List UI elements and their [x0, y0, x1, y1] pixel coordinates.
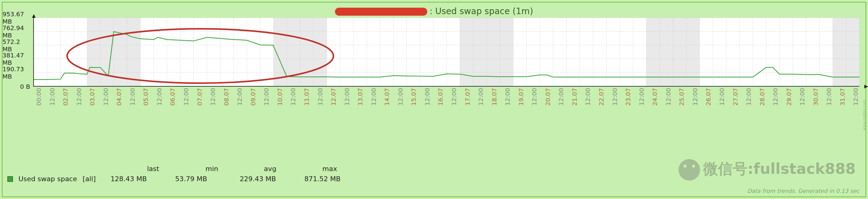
- x-tick-label: 25.07: [678, 88, 685, 106]
- x-tick-label: 12:00: [343, 88, 351, 106]
- x-tick-label: 20.07: [544, 88, 552, 106]
- x-tick-label: 12:00: [370, 88, 377, 106]
- stat-value: 229.43 MB: [240, 175, 289, 183]
- stat-header: last: [147, 165, 159, 172]
- legend-stat-values: 128.43 MB53.79 MB229.43 MB871.52 MB: [111, 175, 353, 183]
- plot-area: [33, 18, 859, 87]
- x-tick-label: 17.07: [464, 88, 471, 106]
- x-tick-label: 13.07: [356, 88, 364, 106]
- redaction-bar: [335, 8, 427, 16]
- x-tick-label: 23.07: [624, 88, 632, 106]
- watermark: 微信号:fullstack888: [679, 159, 856, 181]
- x-tick-label: 26.07: [705, 88, 712, 106]
- watermark-text: 微信号:fullstack888: [703, 160, 856, 177]
- y-tick-label: 762.94 MB: [2, 24, 32, 39]
- gridlines: [34, 18, 859, 86]
- x-tick-label: 28.07: [758, 88, 766, 106]
- x-tick-label: 12:00: [557, 88, 565, 106]
- x-tick-label: 14.07: [383, 88, 391, 106]
- x-tick-label: 21.07: [571, 88, 578, 106]
- x-tick-label: 12:00: [129, 88, 136, 106]
- x-tick-label: 16.07: [437, 88, 444, 106]
- x-tick-label: 12:00: [638, 88, 645, 106]
- x-tick-label: 12:00: [665, 88, 672, 106]
- x-tick-label: 06.07: [169, 88, 176, 106]
- x-tick-label: 12:00: [450, 88, 458, 106]
- legend-swatch: [7, 176, 13, 182]
- x-tick-label: 02.07: [62, 88, 69, 106]
- x-tick-label: 24.07: [651, 88, 658, 106]
- x-tick-label: 12:00: [289, 88, 297, 106]
- y-tick-label: 0 B: [20, 83, 32, 90]
- x-tick-label: 12:00: [531, 88, 538, 106]
- chart-title: : Used swap space (1m): [2, 6, 866, 16]
- x-tick-label: 12:00: [691, 88, 699, 106]
- footer-note: Data from trends. Generated in 0.13 sec: [747, 188, 859, 194]
- x-tick-label: 11.07: [303, 88, 310, 106]
- x-tick-label: 12:00: [745, 88, 752, 106]
- x-tick-label: 31.07: [839, 88, 846, 106]
- x-tick-label: 12:00: [852, 88, 859, 106]
- stat-header: avg: [264, 165, 276, 172]
- x-tick-label: 08.07: [223, 88, 230, 106]
- title-text: : Used swap space (1m): [430, 6, 533, 16]
- side-credit: www.zabbix.com: [862, 100, 866, 130]
- x-tick-label: 22.07: [598, 88, 605, 106]
- stat-value: 871.52 MB: [304, 175, 353, 183]
- x-tick-label: 12.07: [330, 88, 337, 106]
- x-tick-label: 12:00: [718, 88, 725, 106]
- x-tick-label: 00:00: [35, 88, 42, 106]
- x-tick-label: 12:00: [825, 88, 833, 106]
- x-tick-label: 12:00: [584, 88, 591, 106]
- y-axis-arrow-icon: [32, 14, 36, 18]
- x-tick-label: 12:00: [263, 88, 270, 106]
- plot-svg: [34, 18, 859, 86]
- x-tick-label: 27.07: [732, 88, 739, 106]
- stat-header: max: [322, 165, 337, 172]
- stat-value: 53.79 MB: [175, 175, 224, 183]
- stat-value: 128.43 MB: [111, 175, 160, 183]
- x-tick-label: 12:00: [504, 88, 511, 106]
- x-tick-label: 12:00: [799, 88, 806, 106]
- x-tick-label: 12:00: [772, 88, 779, 106]
- legend-row: Used swap space [all] 128.43 MB53.79 MB2…: [7, 175, 353, 183]
- x-axis-arrow-icon: [864, 85, 868, 88]
- x-tick-label: 05.07: [142, 88, 150, 106]
- x-tick-label: 12:00: [424, 88, 431, 106]
- x-tick-label: 12:00: [236, 88, 243, 106]
- x-tick-label: 12:00: [477, 88, 485, 106]
- stat-header: min: [206, 165, 218, 172]
- wechat-icon: [679, 159, 700, 181]
- x-tick-label: 12:00: [209, 88, 217, 106]
- x-tick-label: 15.07: [410, 88, 417, 106]
- x-tick-label: 09.07: [249, 88, 257, 106]
- x-tick-label: 30.07: [812, 88, 819, 106]
- x-tick-label: 07.07: [196, 88, 203, 106]
- legend-name: Used swap space: [19, 175, 77, 183]
- y-tick-label: 381.47 MB: [2, 51, 32, 66]
- x-tick-label: 12:00: [397, 88, 404, 106]
- y-tick-label: 190.73 MB: [2, 66, 32, 80]
- x-tick-label: 04.07: [115, 88, 123, 106]
- x-tick-label: 12:00: [75, 88, 83, 106]
- x-tick-label: 12:00: [316, 88, 324, 106]
- x-tick-label: 12:00: [156, 88, 163, 106]
- x-tick-label: 12:00: [182, 88, 190, 106]
- x-tick-label: 29.07: [785, 88, 793, 106]
- x-tick-label: 19.07: [517, 88, 525, 106]
- x-tick-label: 10.07: [276, 88, 284, 106]
- x-tick-label: 12:00: [611, 88, 619, 106]
- y-tick-label: 572.2 MB: [2, 38, 32, 53]
- x-tick-label: 18.07: [491, 88, 498, 106]
- x-tick-label: 12:00: [49, 88, 56, 106]
- x-tick-label: 03.07: [89, 88, 96, 106]
- y-tick-label: 953.67 MB: [2, 10, 32, 25]
- legend-scope: [all]: [83, 175, 96, 183]
- x-tick-label: 12:00: [102, 88, 110, 106]
